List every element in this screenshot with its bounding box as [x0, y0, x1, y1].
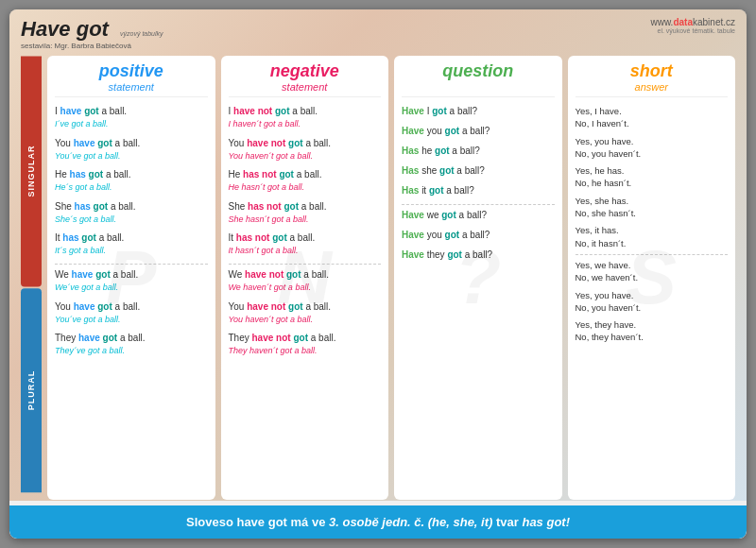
entry-alt: He´s got a ball.: [55, 181, 208, 194]
entry-alt: It hasn´t got a ball.: [229, 245, 382, 257]
title-subtitle: výzový tabulky: [120, 30, 163, 37]
plural-label: PLURAL: [21, 288, 42, 492]
entry-text: Yes, they have.: [576, 318, 729, 331]
list-item: Have you got a ball?: [402, 125, 555, 138]
list-item: Have we got a ball?: [402, 209, 555, 222]
negative-column: N negative statement I have not got a ba…: [221, 56, 389, 500]
entry-text-neg: No, she hasn´t.: [576, 207, 729, 219]
list-item: I have not got a ball. I haven´t got a b…: [229, 105, 382, 130]
entry-alt: He hasn´t got a ball.: [229, 181, 382, 194]
entry-text: We have not got a ball.: [229, 268, 382, 282]
entry-text: Has it got a ball?: [402, 184, 555, 197]
entry-alt: I´ve got a ball.: [55, 118, 208, 130]
entry-text-neg: No, he hasn´t.: [576, 177, 729, 189]
entry-text: You have got a ball.: [55, 300, 208, 314]
list-item: He has not got a ball. He hasn´t got a b…: [229, 168, 382, 194]
entry-text: Have you got a ball?: [402, 125, 555, 138]
header-left: Have got výzový tabulky sestavila: Mgr. …: [21, 17, 163, 50]
entry-alt: You haven´t got a ball.: [229, 150, 382, 163]
list-item: They have not got a ball. They haven´t g…: [229, 332, 382, 357]
list-item: I have got a ball. I´ve got a ball.: [55, 105, 208, 130]
short-subtitle: answer: [576, 81, 729, 93]
header: Have got výzový tabulky sestavila: Mgr. …: [21, 17, 735, 50]
question-header: question: [402, 61, 555, 97]
list-item: Has he got a ball?: [402, 145, 555, 158]
short-header: short answer: [576, 61, 729, 97]
page: Have got výzový tabulky sestavila: Mgr. …: [9, 9, 747, 539]
entry-alt: She´s got a ball.: [55, 214, 208, 226]
list-item: Yes, they have. No, they haven´t.: [576, 318, 729, 344]
entry-text: It has got a ball.: [55, 231, 208, 245]
entry-text: He has got a ball.: [55, 168, 208, 181]
list-item: Yes, you have. No, you haven´t.: [576, 289, 729, 315]
entry-text: They have got a ball.: [55, 332, 208, 345]
entry-text: Yes, it has.: [576, 224, 729, 236]
entry-text-neg: No, you haven´t.: [576, 301, 729, 314]
short-title: short: [576, 61, 729, 81]
entry-text: You have not got a ball.: [229, 137, 382, 150]
list-item: We have got a ball. We´ve got a ball.: [55, 268, 208, 294]
entry-text: I have not got a ball.: [229, 105, 382, 118]
entry-text: Has he got a ball?: [402, 145, 555, 158]
entry-alt: I haven´t got a ball.: [229, 118, 382, 130]
entry-text-neg: No, I haven´t.: [576, 117, 729, 129]
list-item: Has she got a ball?: [402, 164, 555, 178]
list-item: We have not got a ball. We haven´t got a…: [229, 268, 382, 294]
short-answer-column: S short answer Yes, I have. No, I haven´…: [568, 56, 736, 500]
footer-highlight2: has got!: [522, 515, 570, 529]
list-item: You have got a ball. You´ve got a ball.: [55, 137, 208, 163]
entry-alt: You´ve got a ball.: [55, 150, 208, 163]
negative-title: negative: [229, 61, 382, 81]
entry-alt: You´ve got a ball.: [55, 314, 208, 326]
website-tagline: el. výukové tématik. tabule: [651, 27, 736, 34]
entry-text: You have got a ball.: [55, 137, 208, 150]
main-content: Have got výzový tabulky sestavila: Mgr. …: [9, 9, 747, 500]
list-item: Yes, she has. No, she hasn´t.: [576, 195, 729, 220]
main-grid: SINGULAR PLURAL P positive statement I h…: [21, 56, 735, 500]
list-item: You have not got a ball. You haven´t got…: [229, 300, 382, 326]
entry-text: They have not got a ball.: [229, 332, 382, 345]
entry-text: She has got a ball.: [55, 200, 208, 214]
entry-alt: We haven´t got a ball.: [229, 282, 382, 294]
entry-text: Yes, he has.: [576, 164, 729, 177]
entry-text: Yes, we have.: [576, 259, 729, 271]
negative-subtitle: statement: [229, 81, 382, 93]
entry-text: She has not got a ball.: [229, 200, 382, 214]
header-right: www.datakabinet.cz el. výukové tématik. …: [651, 17, 736, 34]
entry-text: You have not got a ball.: [229, 300, 382, 314]
entry-text-neg: No, they haven´t.: [576, 331, 729, 343]
list-item: Yes, he has. No, he hasn´t.: [576, 164, 729, 190]
positive-subtitle: statement: [55, 81, 208, 93]
footer-bar: Sloveso have got má ve 3. osobě jedn. č.…: [9, 505, 747, 539]
entry-text: Yes, she has.: [576, 195, 729, 207]
entry-text: Have they got a ball?: [402, 248, 555, 262]
entry-text: Yes, you have.: [576, 289, 729, 301]
list-item: It has got a ball. It´s got a ball.: [55, 231, 208, 257]
page-title: Have got výzový tabulky: [21, 17, 163, 42]
website-url: www.datakabinet.cz: [651, 17, 736, 27]
entry-text: He has not got a ball.: [229, 168, 382, 181]
list-item: She has got a ball. She´s got a ball.: [55, 200, 208, 226]
entry-alt: We´ve got a ball.: [55, 282, 208, 294]
list-item: He has got a ball. He´s got a ball.: [55, 168, 208, 194]
list-item: Yes, we have. No, we haven´t.: [576, 259, 729, 284]
entry-text: Has she got a ball?: [402, 164, 555, 178]
entry-alt: It´s got a ball.: [55, 245, 208, 257]
list-item: Have you got a ball?: [402, 229, 555, 242]
entry-text: Have I got a ball?: [402, 105, 555, 118]
entry-alt: You haven´t got a ball.: [229, 314, 382, 326]
entry-alt: They haven´t got a ball.: [229, 345, 382, 357]
question-title: question: [402, 61, 555, 81]
singular-label: SINGULAR: [21, 56, 42, 286]
list-item: Yes, it has. No, it hasn´t.: [576, 224, 729, 249]
header-author: sestavila: Mgr. Barbra Babiečová: [21, 42, 163, 50]
entry-text-neg: No, we haven´t.: [576, 271, 729, 283]
entry-text: We have got a ball.: [55, 268, 208, 282]
positive-header: positive statement: [55, 61, 208, 97]
list-item: They have got a ball. They´ve got a ball…: [55, 332, 208, 357]
entry-text: Yes, I have.: [576, 105, 729, 117]
footer-highlight: 3. osobě jedn. č. (he, she, it): [329, 515, 492, 529]
question-watermark: ?: [455, 234, 501, 321]
title-text: Have got: [21, 17, 109, 41]
list-item: It has not got a ball. It hasn´t got a b…: [229, 231, 382, 257]
